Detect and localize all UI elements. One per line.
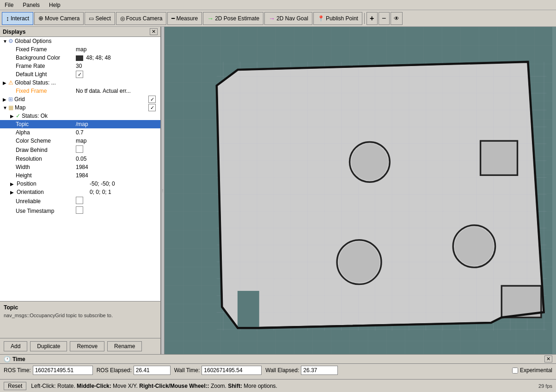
- move-camera-button[interactable]: ⊕ Move Camera: [34, 12, 84, 25]
- position-arrow[interactable]: ▶: [10, 181, 16, 187]
- orientation-row[interactable]: ▶ Orientation 0; 0; 0; 1: [0, 188, 160, 196]
- rename-button[interactable]: Rename: [107, 341, 142, 351]
- select-label: Select: [95, 15, 110, 22]
- grid-row[interactable]: ▶ ⊞ Grid: [0, 95, 160, 103]
- panel-close-button[interactable]: ✕: [150, 28, 158, 35]
- menu-help[interactable]: Help: [46, 2, 63, 8]
- height-row[interactable]: Height 1984: [0, 171, 160, 180]
- select-button[interactable]: ▭ Select: [85, 12, 115, 25]
- time-fields: ROS Time: ROS Elapsed: Wall Time: Wall E…: [0, 364, 556, 377]
- width-row[interactable]: Width 1984: [0, 163, 160, 171]
- draw-behind-checkbox[interactable]: [76, 145, 83, 153]
- grid-arrow[interactable]: ▶: [3, 97, 8, 102]
- map-arrow[interactable]: ▼: [3, 105, 8, 110]
- menu-bar: File Panels Help: [0, 0, 556, 10]
- ros-elapsed-group: ROS Elapsed:: [97, 366, 171, 375]
- add-icon-button[interactable]: +: [367, 12, 378, 25]
- alpha-row[interactable]: Alpha 0.7: [0, 128, 160, 137]
- main-layout: Displays ✕ ▼ ⚙ Global Options Fixed Fram…: [0, 27, 556, 354]
- minus-icon-button[interactable]: −: [379, 12, 390, 25]
- background-color-label: Background Color: [2, 54, 76, 61]
- pose-estimate-label: 2D Pose Estimate: [215, 15, 259, 22]
- height-value: 1984: [76, 172, 159, 179]
- color-scheme-row[interactable]: Color Scheme map: [0, 137, 160, 145]
- topic-label: Topic: [2, 121, 76, 127]
- time-panel: 🕐 Time ✕ ROS Time: ROS Elapsed: Wall Tim…: [0, 354, 556, 379]
- grid-label: Grid: [14, 96, 148, 103]
- position-row[interactable]: ▶ Position -50; -50; 0: [0, 180, 160, 188]
- tree-container[interactable]: ▼ ⚙ Global Options Fixed Frame map Backg…: [0, 37, 160, 301]
- interact-button[interactable]: ↕ Interact: [2, 12, 33, 25]
- obstacle-circle-3-fill: [339, 241, 380, 283]
- measure-button[interactable]: ━ Measure: [167, 12, 202, 25]
- resolution-value: 0.05: [76, 156, 159, 162]
- wall-time-input[interactable]: [202, 366, 262, 375]
- default-light-checkbox[interactable]: [76, 71, 83, 78]
- draw-behind-row[interactable]: Draw Behind: [0, 145, 160, 155]
- nav-goal-label: 2D Nav Goal: [276, 15, 308, 22]
- panel-resize-handle[interactable]: ⋮: [161, 27, 165, 354]
- focus-camera-button[interactable]: ◎ Focus Camera: [116, 12, 167, 25]
- unreliable-checkbox[interactable]: [76, 197, 83, 204]
- reset-button[interactable]: Reset: [4, 382, 26, 390]
- focus-camera-icon: ◎: [120, 15, 125, 22]
- global-status-row[interactable]: ▶ ⚠ Global Status: ...: [0, 78, 160, 87]
- global-options-row[interactable]: ▼ ⚙ Global Options: [0, 37, 160, 45]
- pose-estimate-icon: →: [207, 15, 214, 22]
- use-timestamp-checkbox[interactable]: [76, 206, 83, 214]
- ros-elapsed-label: ROS Elapsed:: [97, 367, 132, 374]
- pose-estimate-button[interactable]: → 2D Pose Estimate: [203, 12, 263, 25]
- map-grid-overlay: [217, 62, 546, 331]
- duplicate-button[interactable]: Duplicate: [30, 341, 67, 351]
- fixed-frame-row[interactable]: Fixed Frame map: [0, 45, 160, 54]
- global-options-arrow[interactable]: ▼: [3, 39, 8, 44]
- ros-time-input[interactable]: [33, 366, 93, 375]
- experimental-group: Experimental: [512, 367, 552, 374]
- gs-fixed-frame-label: Fixed Frame: [2, 88, 76, 94]
- panel-header: Displays ✕: [0, 27, 160, 37]
- grid-checkbox[interactable]: [148, 96, 156, 103]
- unreliable-value: [76, 197, 159, 205]
- resolution-label: Resolution: [2, 156, 76, 162]
- wall-elapsed-input[interactable]: [301, 366, 338, 375]
- nav-goal-button[interactable]: → 2D Nav Goal: [264, 12, 312, 25]
- toolbar: ↕ Interact ⊕ Move Camera ▭ Select ◎ Focu…: [0, 10, 556, 27]
- map-checkbox[interactable]: [148, 104, 156, 111]
- viewport-right-handle[interactable]: [552, 27, 556, 354]
- status-ok-row[interactable]: ▶ ✓ Status: Ok: [0, 112, 160, 120]
- menu-panels[interactable]: Panels: [20, 2, 43, 8]
- interact-label: Interact: [11, 15, 29, 22]
- ros-time-label: ROS Time:: [4, 367, 31, 374]
- panel-title: Displays: [3, 29, 25, 35]
- unreliable-row[interactable]: Unreliable: [0, 196, 160, 206]
- default-light-row[interactable]: Default Light: [0, 70, 160, 78]
- experimental-checkbox[interactable]: [512, 368, 518, 374]
- global-status-fixed-frame-row[interactable]: Fixed Frame No tf data. Actual err...: [0, 87, 160, 95]
- map-notch-bl: [238, 291, 259, 328]
- publish-point-button[interactable]: 📍 Publish Point: [313, 12, 362, 25]
- status-bar: Reset Left-Click: Rotate. Middle-Click: …: [0, 379, 556, 392]
- wall-elapsed-group: Wall Elapsed:: [265, 366, 338, 375]
- publish-point-icon: 📍: [318, 15, 324, 22]
- eye-button[interactable]: 👁: [391, 12, 403, 25]
- map-row[interactable]: ▼ ▦ Map: [0, 103, 160, 112]
- background-color-row[interactable]: Background Color 48; 48; 48: [0, 54, 160, 62]
- menu-file[interactable]: File: [2, 2, 16, 8]
- orientation-arrow[interactable]: ▶: [10, 190, 16, 195]
- map-label: Map: [15, 104, 148, 111]
- remove-button[interactable]: Remove: [70, 341, 104, 351]
- status-ok-arrow[interactable]: ▶: [10, 114, 16, 119]
- status-ok-label: Status: Ok: [22, 113, 159, 119]
- resolution-row[interactable]: Resolution 0.05: [0, 155, 160, 163]
- global-status-arrow[interactable]: ▶: [3, 80, 8, 85]
- add-button[interactable]: Add: [4, 341, 27, 351]
- 3d-viewport[interactable]: [165, 27, 556, 354]
- frame-rate-row[interactable]: Frame Rate 30: [0, 62, 160, 70]
- interact-icon: ↕: [6, 15, 9, 22]
- use-timestamp-row[interactable]: Use Timestamp: [0, 206, 160, 216]
- topic-value: /map: [76, 121, 159, 127]
- time-panel-close[interactable]: ✕: [544, 356, 552, 362]
- gs-fixed-frame-value: No tf data. Actual err...: [76, 88, 159, 94]
- ros-elapsed-input[interactable]: [134, 366, 171, 375]
- topic-row[interactable]: Topic /map: [0, 120, 160, 128]
